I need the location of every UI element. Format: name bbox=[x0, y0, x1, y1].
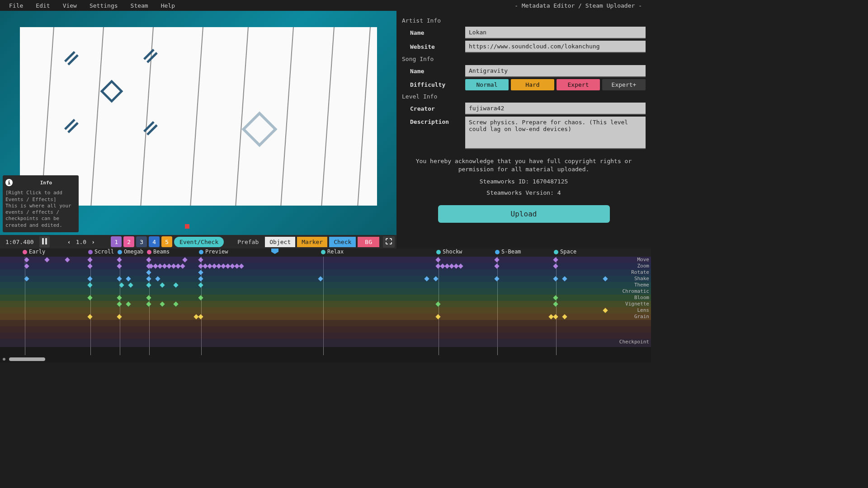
keyframe[interactable] bbox=[146, 295, 151, 300]
layer-1-button[interactable]: 1 bbox=[111, 236, 122, 247]
tracks[interactable]: MoveZoomRotateShakeThemeChromaticBloomVi… bbox=[0, 257, 651, 351]
keyframe[interactable] bbox=[146, 276, 151, 281]
keyframe[interactable] bbox=[198, 276, 203, 281]
track-row[interactable] bbox=[0, 320, 651, 326]
prefab-button[interactable]: Prefab bbox=[233, 237, 263, 247]
timeline-marker[interactable]: Relax bbox=[321, 249, 344, 255]
keyframe[interactable] bbox=[173, 301, 178, 306]
bg-button[interactable]: BG bbox=[358, 237, 379, 247]
keyframe[interactable] bbox=[553, 295, 558, 300]
keyframe[interactable] bbox=[87, 282, 92, 287]
keyframe[interactable] bbox=[128, 282, 133, 287]
keyframe[interactable] bbox=[119, 282, 124, 287]
track-row[interactable]: Rotate bbox=[0, 269, 651, 276]
menu-view[interactable]: View bbox=[57, 1, 83, 10]
keyframe[interactable] bbox=[160, 282, 165, 287]
keyframe[interactable] bbox=[553, 301, 558, 306]
keyframe[interactable] bbox=[553, 276, 558, 281]
keyframe[interactable] bbox=[435, 257, 440, 262]
keyframe[interactable] bbox=[173, 282, 178, 287]
track-row[interactable]: Lens bbox=[0, 307, 651, 314]
artist-name-input[interactable] bbox=[465, 27, 646, 39]
keyframe[interactable] bbox=[435, 301, 440, 306]
track-row[interactable]: Theme bbox=[0, 282, 651, 288]
difficulty-expert-button[interactable]: Expert bbox=[557, 79, 600, 90]
timeline-marker[interactable]: S-Beam bbox=[495, 249, 521, 255]
event-check-button[interactable]: Event/Check bbox=[174, 237, 224, 247]
keyframe[interactable] bbox=[424, 276, 429, 281]
creator-input[interactable] bbox=[465, 103, 646, 115]
keyframe[interactable] bbox=[160, 301, 165, 306]
keyframe[interactable] bbox=[44, 257, 49, 262]
layer-4-button[interactable]: 4 bbox=[149, 236, 160, 247]
layer-3-button[interactable]: 3 bbox=[136, 236, 147, 247]
keyframe[interactable] bbox=[87, 314, 92, 319]
timeline-marker[interactable]: Space bbox=[554, 249, 576, 255]
menu-help[interactable]: Help bbox=[155, 1, 181, 10]
keyframe[interactable] bbox=[117, 295, 122, 300]
menu-edit[interactable]: Edit bbox=[29, 1, 56, 10]
keyframe[interactable] bbox=[603, 276, 608, 281]
keyframe[interactable] bbox=[198, 257, 203, 262]
keyframe[interactable] bbox=[562, 314, 567, 319]
track-row[interactable]: Bloom bbox=[0, 295, 651, 301]
keyframe[interactable] bbox=[117, 301, 122, 306]
preview-viewport[interactable]: iInfo [Right Click to add Events / Effec… bbox=[0, 11, 396, 235]
marker-button[interactable]: Marker bbox=[297, 237, 327, 247]
timeline-marker[interactable]: Beams bbox=[147, 249, 170, 255]
difficulty-hard-button[interactable]: Hard bbox=[511, 79, 554, 90]
keyframe[interactable] bbox=[182, 257, 187, 262]
keyframe[interactable] bbox=[562, 276, 567, 281]
keyframe[interactable] bbox=[198, 270, 203, 275]
description-input[interactable] bbox=[465, 117, 646, 149]
keyframe[interactable] bbox=[318, 276, 323, 281]
track-row[interactable]: Chromatic bbox=[0, 288, 651, 295]
keyframe[interactable] bbox=[198, 295, 203, 300]
upload-button[interactable]: Upload bbox=[438, 205, 610, 223]
track-row[interactable]: Shake bbox=[0, 276, 651, 282]
keyframe[interactable] bbox=[24, 257, 29, 262]
keyframe[interactable] bbox=[146, 301, 151, 306]
keyframe[interactable] bbox=[117, 314, 122, 319]
keyframe[interactable] bbox=[435, 314, 440, 319]
menu-file[interactable]: File bbox=[3, 1, 29, 10]
timeline-marker[interactable]: Omegab bbox=[118, 249, 143, 255]
keyframe[interactable] bbox=[117, 276, 122, 281]
timeline[interactable]: EarlyScrollOmegabBeamsPreviewRelaxShockw… bbox=[0, 249, 651, 356]
keyframe[interactable] bbox=[155, 276, 160, 281]
keyframe[interactable] bbox=[87, 257, 92, 262]
keyframe[interactable] bbox=[126, 276, 131, 281]
keyframe[interactable] bbox=[553, 263, 558, 268]
prev-button[interactable]: ‹ bbox=[64, 237, 74, 247]
timeline-scrollbar[interactable] bbox=[0, 356, 651, 362]
timeline-marker[interactable]: Preview bbox=[199, 249, 228, 255]
keyframe[interactable] bbox=[553, 314, 558, 319]
next-button[interactable]: › bbox=[88, 237, 98, 247]
object-button[interactable]: Object bbox=[265, 237, 295, 247]
keyframe[interactable] bbox=[146, 257, 151, 262]
layer-2-button[interactable]: 2 bbox=[123, 236, 134, 247]
pause-button[interactable] bbox=[39, 236, 50, 248]
checkpoint-track[interactable]: Checkpoint bbox=[0, 339, 651, 347]
keyframe[interactable] bbox=[87, 276, 92, 281]
keyframe[interactable] bbox=[87, 263, 92, 268]
difficulty-normal-button[interactable]: Normal bbox=[465, 79, 509, 90]
track-row[interactable]: Zoom bbox=[0, 263, 651, 269]
keyframe[interactable] bbox=[117, 263, 122, 268]
timeline-playhead[interactable] bbox=[271, 249, 278, 258]
track-row[interactable] bbox=[0, 326, 651, 333]
keyframe[interactable] bbox=[433, 276, 438, 281]
keyframe[interactable] bbox=[198, 314, 203, 319]
song-name-input[interactable] bbox=[465, 65, 646, 77]
track-row[interactable]: Grain bbox=[0, 314, 651, 320]
layer-5-button[interactable]: 5 bbox=[161, 236, 172, 247]
keyframe[interactable] bbox=[494, 263, 499, 268]
keyframe[interactable] bbox=[458, 263, 463, 268]
fullscreen-button[interactable] bbox=[383, 236, 395, 248]
track-row[interactable]: Move bbox=[0, 257, 651, 263]
timeline-marker[interactable]: Scroll bbox=[88, 249, 114, 255]
difficulty-expert-plus-button[interactable]: Expert+ bbox=[602, 79, 646, 90]
track-row[interactable] bbox=[0, 333, 651, 339]
keyframe[interactable] bbox=[87, 295, 92, 300]
keyframe[interactable] bbox=[239, 263, 244, 268]
